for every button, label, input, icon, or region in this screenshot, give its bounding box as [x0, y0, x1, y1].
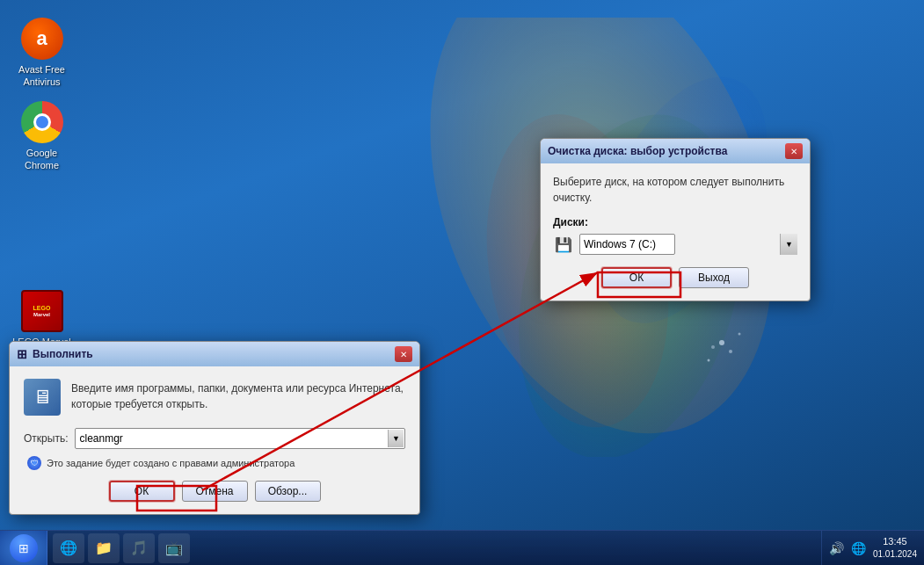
taskbar-items: 🌐 📁 🎵 📺 — [47, 531, 821, 565]
run-dialog-description: Введите имя программы, папки, документа … — [71, 380, 405, 412]
run-input-field[interactable] — [75, 428, 405, 449]
admin-text: Это задание будет создано с правами адми… — [47, 458, 295, 468]
svg-point-6 — [711, 345, 715, 349]
start-button[interactable]: ⊞ — [0, 531, 47, 566]
taskbar-item-1[interactable]: 🌐 — [53, 533, 84, 563]
run-dropdown-button[interactable]: ▼ — [388, 430, 404, 447]
run-ok-button[interactable]: ОК — [109, 481, 175, 502]
run-open-label: Открыть: — [24, 432, 68, 445]
lego-desktop-icon[interactable]: LEGO Marvel LEGO Marvel — [9, 290, 75, 348]
avast-desktop-icon[interactable]: a Avast Free Antivirus — [9, 18, 75, 89]
cleanup-select-arrow[interactable]: ▼ — [780, 234, 797, 255]
run-cancel-button[interactable]: Отмена — [182, 481, 248, 502]
svg-point-7 — [708, 359, 710, 362]
cleanup-dialog-titlebar[interactable]: Очистка диска: выбор устройства ✕ — [541, 139, 810, 163]
run-dialog-controls: ✕ — [395, 346, 412, 362]
disk-icon: 💾 — [553, 234, 574, 255]
cleanup-disks-label: Диски: — [553, 216, 797, 228]
cleanup-ok-button[interactable]: ОК — [601, 267, 672, 288]
svg-point-8 — [738, 333, 741, 336]
lego-icon: LEGO Marvel — [21, 290, 63, 332]
chrome-desktop-icon[interactable]: GoogleChrome — [9, 101, 75, 172]
chrome-icon-label: GoogleChrome — [25, 147, 59, 172]
avast-icon-label: Avast Free Antivirus — [9, 63, 75, 89]
avast-icon: a — [21, 18, 63, 60]
cleanup-dialog: Очистка диска: выбор устройства ✕ Выбери… — [540, 138, 811, 301]
svg-point-5 — [729, 350, 732, 353]
cleanup-dialog-description: Выберите диск, на котором следует выполн… — [553, 174, 797, 206]
start-orb-icon: ⊞ — [10, 534, 38, 562]
run-browse-button[interactable]: Обзор... — [255, 481, 321, 502]
taskbar: ⊞ 🌐 📁 🎵 📺 🔊 🌐 13:45 01.01.2024 — [0, 530, 924, 565]
svg-point-4 — [719, 340, 724, 345]
run-input-container: ▼ — [75, 428, 405, 449]
taskbar-item-3[interactable]: 🎵 — [123, 533, 155, 563]
cleanup-select-wrapper: Windows 7 (C:) ▼ — [579, 234, 797, 255]
cleanup-cancel-button[interactable]: Выход — [679, 267, 749, 288]
cleanup-dialog-controls: ✕ — [785, 143, 803, 159]
run-dialog-buttons: ОК Отмена Обзор... — [24, 481, 405, 502]
run-dialog-title: ⊞ Выполнить — [17, 347, 93, 361]
taskbar-tray: 🔊 🌐 13:45 01.01.2024 — [821, 531, 924, 565]
admin-shield-icon: 🛡 — [27, 456, 41, 470]
run-dialog: ⊞ Выполнить ✕ 🖥 Введите имя программы, п… — [9, 341, 420, 515]
desktop: a Avast Free Antivirus GoogleChrome LEGO… — [0, 0, 924, 565]
taskbar-item-4[interactable]: 📺 — [158, 533, 190, 563]
cleanup-dialog-buttons: ОК Выход — [553, 267, 797, 288]
taskbar-item-2[interactable]: 📁 — [88, 533, 120, 563]
cleanup-dialog-close-button[interactable]: ✕ — [785, 143, 803, 159]
cleanup-disk-select[interactable]: Windows 7 (C:) — [579, 234, 675, 255]
chrome-icon — [21, 101, 63, 143]
run-dialog-icon: 🖥 — [24, 379, 61, 416]
cleanup-dialog-title: Очистка диска: выбор устройства — [548, 145, 727, 157]
run-dialog-close-button[interactable]: ✕ — [395, 346, 412, 362]
cleanup-disk-select-row: 💾 Windows 7 (C:) ▼ — [553, 234, 797, 255]
run-dialog-titlebar[interactable]: ⊞ Выполнить ✕ — [10, 342, 419, 366]
system-clock[interactable]: 13:45 01.01.2024 — [873, 535, 917, 561]
